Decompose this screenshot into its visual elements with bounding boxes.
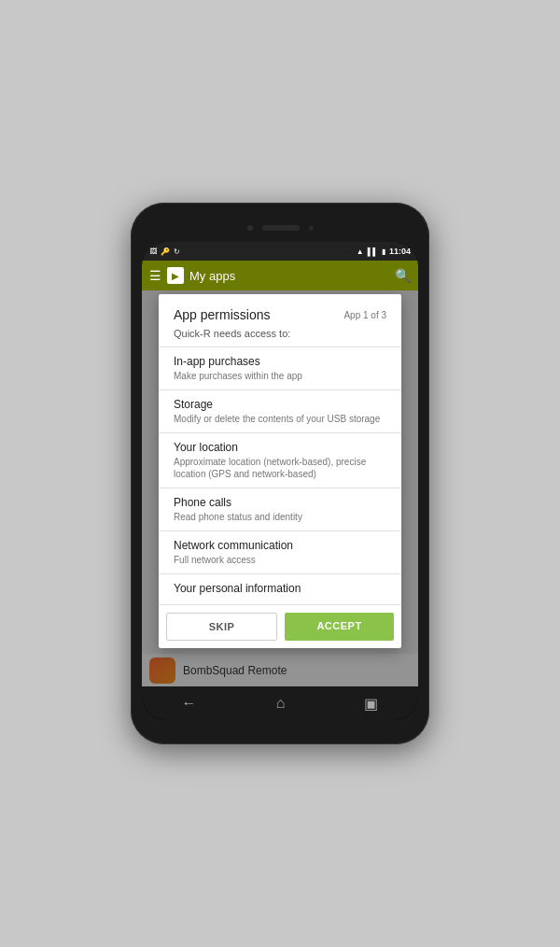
permission-desc: Full network access [174, 554, 386, 566]
permission-desc: Approximate location (network-based), pr… [174, 456, 386, 480]
permission-name: In-app purchases [174, 355, 386, 368]
permission-name: Storage [174, 398, 386, 411]
hamburger-icon[interactable]: ☰ [149, 268, 161, 283]
back-button[interactable]: ← [182, 695, 197, 712]
permission-in-app-purchases: In-app purchases Make purchases within t… [159, 347, 401, 390]
status-time: 11:04 [389, 247, 411, 256]
key-icon: 🔑 [161, 247, 170, 256]
battery-icon: ▮ [382, 247, 385, 256]
phone-screen: 🖼 🔑 ↻ ▲ ▌▌ ▮ 11:04 ☰ ▶ My apps 🔍 [142, 242, 418, 720]
recent-button[interactable]: ▣ [364, 695, 378, 713]
permission-name: Your personal information [174, 582, 386, 595]
home-button[interactable]: ⌂ [276, 695, 286, 712]
status-right-icons: ▲ ▌▌ ▮ 11:04 [357, 247, 411, 256]
permission-location: Your location Approximate location (netw… [159, 433, 401, 488]
signal-icon: ▌▌ [368, 247, 378, 256]
main-content: App permissions App 1 of 3 Quick-R needs… [142, 290, 418, 686]
skip-button[interactable]: SKIP [166, 613, 277, 641]
permission-network: Network communication Full network acces… [159, 531, 401, 574]
permission-name: Phone calls [174, 496, 386, 509]
search-icon[interactable]: 🔍 [395, 268, 411, 283]
accept-button[interactable]: ACCEPT [285, 613, 394, 641]
app-name: Quick-R [174, 328, 211, 339]
sync-icon: ↻ [174, 247, 180, 256]
app-bar-title: My apps [189, 269, 389, 283]
permission-list: In-app purchases Make purchases within t… [159, 346, 401, 604]
dialog-counter: App 1 of 3 [343, 310, 386, 320]
screen-content: 🖼 🔑 ↻ ▲ ▌▌ ▮ 11:04 ☰ ▶ My apps 🔍 [142, 242, 418, 720]
earpiece [262, 225, 300, 231]
dialog-overlay: App permissions App 1 of 3 Quick-R needs… [142, 290, 418, 686]
permission-phone-calls: Phone calls Read phone status and identi… [159, 488, 401, 531]
phone-device: 🖼 🔑 ↻ ▲ ▌▌ ▮ 11:04 ☰ ▶ My apps 🔍 [131, 203, 429, 744]
notification-led [309, 226, 314, 231]
image-icon: 🖼 [149, 247, 157, 256]
bottom-bezel [142, 720, 418, 733]
app-bar: ☰ ▶ My apps 🔍 [142, 261, 418, 290]
status-bar: 🖼 🔑 ↻ ▲ ▌▌ ▮ 11:04 [142, 242, 418, 261]
permission-name: Your location [174, 441, 386, 454]
dialog-title: App permissions [174, 307, 271, 322]
dialog-header: App permissions App 1 of 3 [159, 294, 401, 326]
bottom-nav: ← ⌂ ▣ [142, 686, 418, 720]
permission-desc: Make purchases within the app [174, 370, 386, 382]
permission-desc: Modify or delete the contents of your US… [174, 413, 386, 425]
play-store-icon: ▶ [167, 267, 184, 284]
top-bezel [142, 214, 418, 242]
front-camera [247, 225, 253, 231]
subtitle-text: needs access to: [214, 328, 291, 339]
permissions-dialog: App permissions App 1 of 3 Quick-R needs… [159, 294, 401, 648]
wifi-icon: ▲ [357, 247, 364, 256]
permission-name: Network communication [174, 539, 386, 552]
dialog-subtitle: Quick-R needs access to: [159, 326, 401, 346]
permission-desc: Read phone status and identity [174, 511, 386, 523]
dialog-actions: SKIP ACCEPT [159, 604, 401, 648]
permission-personal-info: Your personal information [159, 574, 401, 604]
status-left-icons: 🖼 🔑 ↻ [149, 247, 180, 256]
permission-storage: Storage Modify or delete the contents of… [159, 390, 401, 433]
